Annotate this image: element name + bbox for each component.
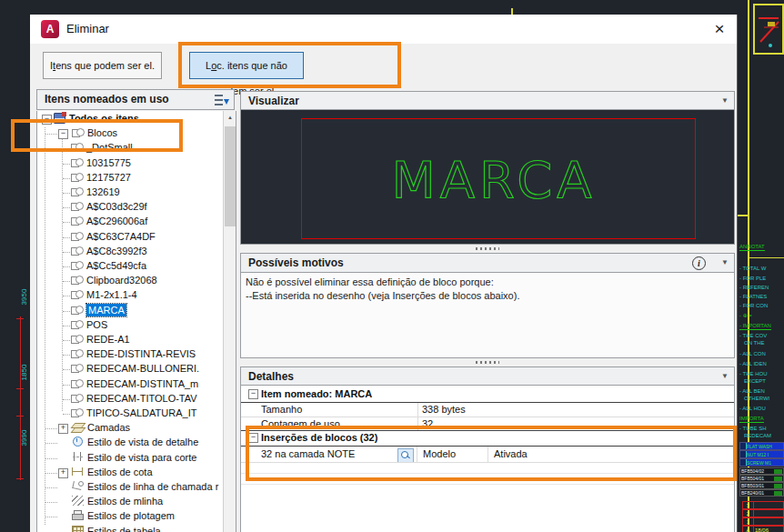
tree-item-rede-a1[interactable]: REDE-A1 (38, 332, 222, 346)
tree-item-pos[interactable]: POS (38, 317, 222, 332)
collapse-icon[interactable]: − (248, 389, 258, 399)
tree-connector (63, 355, 70, 356)
cad-note: - ALL BEN (739, 388, 765, 395)
splitter-grip (476, 361, 499, 364)
tree-item-marca[interactable]: MARCA (38, 303, 222, 317)
block-icon (70, 200, 84, 212)
detail-callout-box (753, 4, 784, 55)
revision-table-row: A18/06 (742, 526, 784, 532)
tree-item-estilos-de-mlinha[interactable]: Estilos de mlinha (38, 494, 222, 508)
block-icon (70, 304, 84, 316)
mline-icon (71, 495, 85, 507)
bom-table-row: NUT M12 I (739, 450, 784, 458)
tree-item-estilo-de-vista-de-detalhe[interactable]: Estilo de vista de detalhe (38, 435, 222, 449)
block-icon (70, 362, 84, 374)
cad-note: - TUBE SH (739, 426, 767, 432)
reason-line: Não é possível eliminar essa definição d… (246, 276, 519, 289)
svg-text:MARCA: MARCA (392, 150, 597, 209)
tree-item-10315775[interactable]: 10315775 (38, 156, 222, 170)
autocad-canvas: 395018503990 ANNOTAT- TOTAL W- FOR PLE- … (0, 0, 784, 532)
block-icon (70, 333, 84, 345)
tree-item-a-cc5d49cfa[interactable]: A$Cc5d49cfa (38, 258, 222, 273)
detail-separator (241, 484, 734, 485)
cad-note: - THE HOU (739, 371, 768, 377)
block-icon (70, 215, 84, 226)
tree-item-a-c03d3c29f[interactable]: A$C03d3c29f (38, 199, 222, 214)
cad-note: - REFEREN (739, 285, 769, 291)
left-dimension-tick (16, 318, 24, 319)
tree-item-estilos-de-linha-de-chamada-r[interactable]: Estilos de linha de chamada r (38, 479, 222, 494)
part-code-row: BFB240/01 (739, 489, 784, 497)
cad-note: - FOR CON (739, 303, 768, 309)
tree-item-estilos-de-tabela[interactable]: Estilos de tabela (38, 524, 222, 532)
tree-item-m1-2x1-1-4[interactable]: M1-2x1.1-4 (38, 287, 222, 302)
tree-connector (45, 502, 57, 503)
tree-item-redecam-bulloneri-[interactable]: REDECAM-BULLONERI. (38, 361, 222, 376)
cad-note: EXCEPT (744, 378, 766, 385)
splitter-handle[interactable] (240, 358, 735, 366)
tree-item-132619[interactable]: 132619 (38, 185, 222, 199)
tree-item-redecam-titolo-tav[interactable]: REDECAM-TITOLO-TAV (38, 391, 222, 406)
tree-connector (45, 517, 57, 517)
tree-connector (63, 237, 70, 238)
tree-item-rede-distinta-revis[interactable]: REDE-DISTINTA-REVIS (38, 346, 222, 361)
info-icon[interactable]: i (692, 256, 706, 270)
left-dimension-tick (16, 478, 24, 479)
tree-item-a-c8c3992f3[interactable]: A$C8c3992f3 (38, 244, 222, 258)
table-icon (71, 525, 85, 532)
tree-item-estilo-de-vista-para-corte[interactable]: Estilo de vista para corte (38, 450, 222, 465)
tree-item-estilos-de-plotagem[interactable]: Estilos de plotagem (38, 508, 222, 523)
chevron-down-icon[interactable]: ▼ (721, 258, 729, 266)
tree-connector (45, 487, 57, 488)
scrollbar-thumb[interactable] (225, 126, 236, 226)
tree-item-redecam-distinta-m[interactable]: REDECAM-DISTINTA_m (38, 376, 222, 391)
splitter-handle[interactable] (240, 245, 735, 253)
cad-note: - TOTAL W (739, 266, 766, 272)
reasons-panel-header[interactable]: Possíveis motivos i ▼ (240, 253, 735, 273)
revision-number: 1 (743, 518, 754, 525)
block-icon (70, 259, 84, 271)
named-items-tree[interactable]: −Todos os itens−Blocos_DotSmall103157751… (36, 111, 236, 532)
close-icon[interactable]: × (708, 19, 731, 39)
cad-note: - ALL CON (739, 351, 766, 357)
expand-icon[interactable]: + (58, 468, 68, 478)
tree-item-12175727[interactable]: 12175727 (38, 170, 222, 185)
block-icon (70, 171, 84, 183)
plot-icon (71, 509, 85, 521)
scroll-up-icon[interactable]: ▲ (224, 111, 236, 125)
button-label: ens que podem ser el. (55, 60, 155, 71)
cad-note: IMPORTA (739, 416, 764, 423)
preview-panel-header[interactable]: Visualizar ▼ (240, 91, 735, 110)
tree-item-label: Estilos de linha de chamada r (87, 480, 218, 493)
mleader-icon (71, 480, 85, 492)
sort-icon[interactable] (215, 94, 229, 106)
tree-item-label: Clipboard32068 (86, 274, 157, 286)
tree-item-label: 132619 (86, 186, 120, 198)
tree-item-camadas[interactable]: +Camadas (38, 420, 222, 435)
tree-item-label: M1-2x1.1-4 (86, 288, 137, 301)
chevron-down-icon[interactable]: ▼ (721, 372, 729, 380)
tree-item-label: Estilos de mlinha (87, 495, 163, 507)
tree-item-tipico-saldatura-it[interactable]: TIPICO-SALDATURA_IT (38, 406, 222, 420)
chevron-down-icon[interactable]: ▼ (721, 96, 729, 105)
tree-item-clipboard32068[interactable]: Clipboard32068 (38, 273, 222, 287)
expand-icon[interactable]: + (58, 424, 68, 434)
tree-item-label: A$Cc5d49cfa (86, 259, 146, 272)
tree-item-label: Estilos de plotagem (87, 509, 175, 522)
revision-number: A (743, 527, 754, 532)
block-icon (70, 274, 84, 286)
bom-table-row: SCREW M1 (739, 458, 784, 467)
tree-item-a-c296006af[interactable]: A$C296006af (38, 214, 222, 228)
block-icon (70, 245, 84, 256)
tree-item-estilos-de-cota[interactable]: +Estilos de cota (38, 465, 222, 479)
tree-item-a-c63c7a4df[interactable]: A$C63C7A4DF (38, 229, 222, 244)
details-panel-header[interactable]: Detalhes ▼ (240, 366, 735, 386)
items-purgeable-button[interactable]: Itens que podem ser el. (43, 52, 162, 79)
tree-item-label: A$C296006af (86, 215, 147, 227)
tree-scrollbar[interactable]: ▲ (223, 111, 236, 532)
section-view-icon (71, 451, 85, 463)
tree-item-label: Camadas (87, 421, 130, 434)
tree-item-label: Estilos de cota (87, 466, 153, 478)
part-code-row: BFB504/01 (739, 475, 784, 482)
dialog-titlebar[interactable]: A Eliminar × (30, 15, 737, 44)
